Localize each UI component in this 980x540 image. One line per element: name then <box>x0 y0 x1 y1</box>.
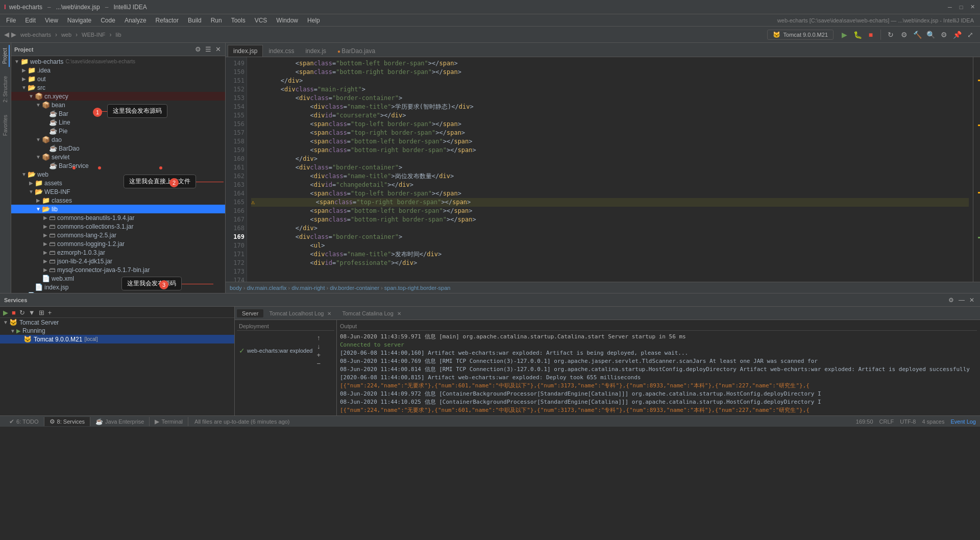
svc-settings-btn[interactable]: ⚙ <box>947 297 955 304</box>
tree-item-webecharts[interactable]: ▼ 📁 web-echarts C:\save\idea\save\web-ec… <box>11 57 225 66</box>
tree-item-servlet[interactable]: ▼ 📦 servlet <box>11 153 225 161</box>
tree-item-webinf[interactable]: ▼ 📂 WEB-INF <box>11 187 225 196</box>
tree-item-barservice[interactable]: ☕ BarService <box>11 161 225 170</box>
svc-pin-btn[interactable]: — <box>957 297 966 304</box>
tomcat-config[interactable]: 🐱 Tomcat 9.0.0.M21 <box>767 30 834 40</box>
svc-tab-localhost-log[interactable]: Tomcat Localhost Log ✕ <box>264 309 336 317</box>
tree-item-bardao[interactable]: ☕ BarDao <box>11 144 225 153</box>
deploy-add-btn[interactable]: + <box>316 351 321 359</box>
menu-refactor[interactable]: Refactor <box>152 16 183 25</box>
deploy-down-btn[interactable]: ↓ <box>317 342 321 350</box>
tree-item-assets[interactable]: ▶ 📁 assets <box>11 179 225 187</box>
spaces-indicator[interactable]: 4 spaces <box>922 419 944 425</box>
tree-arrow-cn[interactable]: ▼ <box>28 93 35 99</box>
tab-indexjsp[interactable]: index.jsp <box>228 45 263 57</box>
forward-icon[interactable]: ▶ <box>11 31 16 38</box>
deploy-remove-btn[interactable]: − <box>316 360 321 367</box>
svc-run-btn[interactable]: ▶ <box>2 309 9 316</box>
project-panel-gear[interactable]: ⚙ <box>194 45 202 53</box>
menu-file[interactable]: File <box>2 16 20 25</box>
tree-arrow-classes[interactable]: ▶ <box>35 198 42 203</box>
menu-vcs[interactable]: VCS <box>251 16 272 25</box>
menu-analyze[interactable]: Analyze <box>120 16 151 25</box>
tree-arrow-src[interactable]: ▼ <box>20 85 28 90</box>
tree-arrow-bean[interactable]: ▼ <box>35 102 42 108</box>
tree-arrow-web[interactable]: ▼ <box>20 171 28 177</box>
tab-indexjs[interactable]: index.js <box>300 45 332 57</box>
gear-button[interactable]: ⚙ <box>938 29 949 40</box>
encoding-indicator[interactable]: UTF-8 <box>900 419 916 425</box>
svc-arrow-running[interactable]: ▼ <box>9 328 16 334</box>
menu-code[interactable]: Code <box>96 16 119 25</box>
svc-tree-tomcat-version[interactable]: 🐱 Tomcat 9.0.0.M21 [local] <box>0 335 234 343</box>
tree-item-commons-lang[interactable]: ▶ 🗃 commons-lang-2.5.jar <box>11 231 225 239</box>
menu-tools[interactable]: Tools <box>227 16 250 25</box>
menu-help[interactable]: Help <box>303 16 324 25</box>
tree-arrow-dao[interactable]: ▼ <box>35 137 42 142</box>
bot-tab-todo[interactable]: ✔ 6: TODO <box>4 417 44 426</box>
tree-item-out[interactable]: ▶ 📁 out <box>11 75 225 83</box>
tab-bardao[interactable]: ●BarDao.java <box>332 45 381 57</box>
search-button[interactable]: 🔍 <box>925 29 936 40</box>
back-icon[interactable]: ◀ <box>4 31 9 38</box>
svc-tab-catalina-log[interactable]: Tomcat Catalina Log ✕ <box>337 309 406 317</box>
tab-indexcss[interactable]: index.css <box>263 45 300 57</box>
tree-item-commons-logging[interactable]: ▶ 🗃 commons-logging-1.2.jar <box>11 239 225 248</box>
project-panel-layout[interactable]: ☰ <box>204 45 212 53</box>
tree-arrow-lang[interactable]: ▶ <box>42 232 49 238</box>
bc-body[interactable]: body <box>230 285 242 291</box>
stop-button[interactable]: ■ <box>865 29 876 40</box>
tree-arrow-mysql[interactable]: ▶ <box>42 267 49 273</box>
bc-span[interactable]: span.top-right.border-span <box>384 285 451 291</box>
svc-restart-btn[interactable]: ↻ <box>18 309 26 316</box>
tree-item-classes[interactable]: ▶ 📁 classes <box>11 196 225 205</box>
svc-tab-server[interactable]: Server <box>237 309 263 317</box>
bc-border-container[interactable]: div.border-container <box>330 285 379 291</box>
tree-arrow-idea[interactable]: ▶ <box>20 67 28 73</box>
tree-arrow-out[interactable]: ▶ <box>20 76 28 82</box>
bot-tab-terminal[interactable]: ▶ Terminal <box>150 417 188 426</box>
tree-item-webxml[interactable]: 📄 web.xml <box>11 274 225 283</box>
menu-navigate[interactable]: Navigate <box>63 16 95 25</box>
svc-group-btn[interactable]: ⊞ <box>38 309 45 316</box>
settings-button[interactable]: ⚙ <box>898 29 910 40</box>
tree-item-webechartsxml[interactable]: 📄 web-echarts.xml <box>11 291 225 293</box>
tree-item-line[interactable]: ☕ Line <box>11 118 225 127</box>
close-button[interactable]: ✕ <box>969 4 976 11</box>
tree-arrow-webecharts[interactable]: ▼ <box>13 59 20 64</box>
tree-item-cn[interactable]: ▼ 📦 cn.xyecy <box>11 92 225 101</box>
project-panel-close[interactable]: ✕ <box>214 45 222 53</box>
tree-arrow-assets[interactable]: ▶ <box>28 180 35 186</box>
code-editor[interactable]: <span class="bottom-left border-span"></… <box>247 57 973 282</box>
bc-main-clearfix[interactable]: div.main.clearfix <box>247 285 287 291</box>
svc-filter-btn[interactable]: ▼ <box>28 309 36 316</box>
event-log-link[interactable]: Event Log <box>950 419 976 425</box>
tree-item-web[interactable]: ▼ 📂 web <box>11 170 225 179</box>
tree-item-src[interactable]: ▼ 📂 src <box>11 83 225 92</box>
debug-button[interactable]: 🐛 <box>852 29 863 40</box>
menu-window[interactable]: Window <box>272 16 302 25</box>
minimize-button[interactable]: ─ <box>946 4 953 11</box>
tree-arrow-ezmorph[interactable]: ▶ <box>42 250 49 255</box>
tree-item-pie[interactable]: ☕ Pie <box>11 127 225 135</box>
crlf-indicator[interactable]: CRLF <box>879 419 894 425</box>
tree-item-bar[interactable]: ☕ Bar <box>11 109 225 118</box>
tree-item-commons-collections[interactable]: ▶ 🗃 commons-collections-3.1.jar <box>11 222 225 231</box>
deploy-up-btn[interactable]: ↑ <box>317 334 321 341</box>
tree-arrow-beanutils[interactable]: ▶ <box>42 215 49 220</box>
tree-arrow-jsonlib[interactable]: ▶ <box>42 258 49 264</box>
tree-arrow-lib[interactable]: ▼ <box>35 206 42 212</box>
tree-item-lib[interactable]: ▼ 📂 lib <box>11 205 225 213</box>
tree-arrow-webinf[interactable]: ▼ <box>28 189 35 194</box>
menu-run[interactable]: Run <box>207 16 226 25</box>
tree-item-bean[interactable]: ▼ 📦 bean <box>11 101 225 109</box>
svc-tree-running[interactable]: ▼ ▶ Running <box>0 327 234 335</box>
svc-stop-btn[interactable]: ■ <box>11 309 17 316</box>
menu-view[interactable]: View <box>41 16 62 25</box>
svc-arrow-tomcat[interactable]: ▼ <box>2 320 9 325</box>
tree-item-idea[interactable]: ▶ 📁 .idea <box>11 66 225 75</box>
tree-item-ezmorph[interactable]: ▶ 🗃 ezmorph-1.0.3.jar <box>11 248 225 257</box>
line-col-indicator[interactable]: 169:50 <box>856 419 873 425</box>
expand-button[interactable]: ⤢ <box>965 29 976 40</box>
tree-item-json-lib[interactable]: ▶ 🗃 json-lib-2.4-jdk15.jar <box>11 257 225 265</box>
